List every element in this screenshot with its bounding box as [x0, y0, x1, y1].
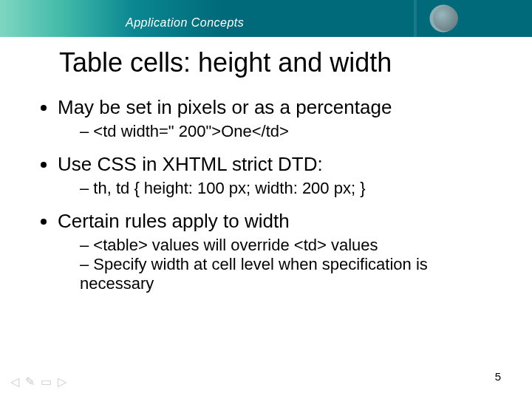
banner-brand-text: Application Concepts [126, 16, 244, 30]
bullet-3-text: Certain rules apply to width [58, 210, 290, 232]
page-number: 5 [495, 370, 501, 383]
bullet-2: Use CSS in XHTML strict DTD: th, td { he… [58, 153, 499, 198]
bullet-3-sublist: <table> values will override <td> values… [58, 236, 499, 293]
bullet-3-sub-2: Specify width at cell level when specifi… [80, 255, 499, 293]
slide-title: Table cells: height and width [59, 47, 499, 78]
banner-art-icon [355, 0, 502, 37]
bullet-1: May be set in pixels or as a percentage … [58, 96, 499, 141]
bullet-2-sub-1: th, td { height: 100 px; width: 200 px; … [80, 179, 499, 198]
nav-screen-icon[interactable]: ▭ [41, 375, 52, 389]
bullet-3-sub-1: <table> values will override <td> values [80, 236, 499, 255]
nav-edit-icon[interactable]: ✎ [25, 375, 35, 389]
slide-body: Table cells: height and width May be set… [0, 37, 532, 399]
slide-nav-controls: ◁ ✎ ▭ ▷ [10, 375, 66, 389]
bullet-2-sublist: th, td { height: 100 px; width: 200 px; … [58, 179, 499, 198]
bullet-2-text: Use CSS in XHTML strict DTD: [58, 153, 323, 175]
bullet-1-sublist: <td width=" 200">One</td> [58, 122, 499, 141]
nav-prev-icon[interactable]: ◁ [10, 375, 19, 389]
bullet-list: May be set in pixels or as a percentage … [33, 96, 499, 293]
slide-banner: Application Concepts [0, 0, 532, 37]
bullet-1-sub-1: <td width=" 200">One</td> [80, 122, 499, 141]
nav-next-icon[interactable]: ▷ [58, 375, 66, 389]
bullet-3: Certain rules apply to width <table> val… [58, 210, 499, 293]
bullet-1-text: May be set in pixels or as a percentage [58, 96, 392, 118]
